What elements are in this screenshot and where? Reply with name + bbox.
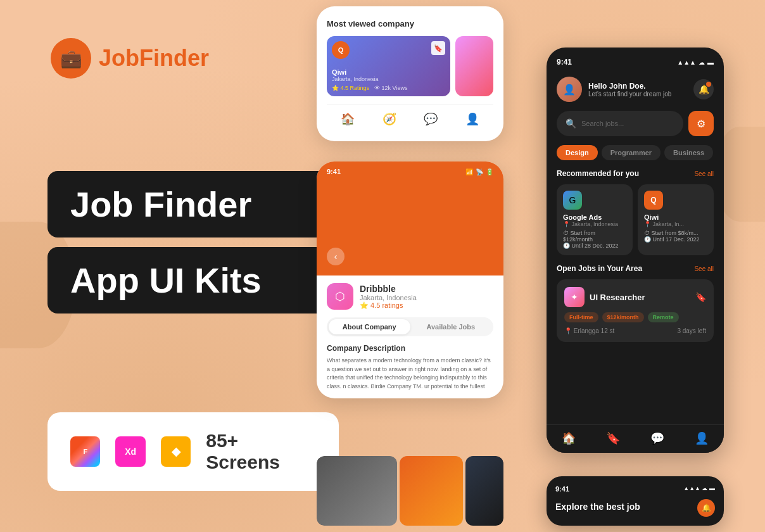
figma-logo: ✦ xyxy=(564,287,585,307)
pbr-status-bar: 9:41 ▲▲▲ ☁ ▬ xyxy=(555,485,715,493)
qiwi-badge: Q xyxy=(332,41,350,59)
pbr-time: 9:41 xyxy=(555,485,569,493)
pbr-title: Explore the best job xyxy=(555,502,640,512)
nav-home-right[interactable]: 🏠 xyxy=(562,431,576,445)
xd-icon: Xd xyxy=(115,436,145,467)
qiwi-rec-date: 🕐 Until 17 Dec. 2022 xyxy=(644,236,707,243)
title-line1: Job Finder xyxy=(70,184,316,225)
nav-chat-icon[interactable]: 💬 xyxy=(424,112,438,126)
nav-profile-icon[interactable]: 👤 xyxy=(465,112,479,126)
open-jobs-see-all[interactable]: See all xyxy=(694,265,714,272)
notification-dot xyxy=(706,82,711,87)
brand-name: JobFinder xyxy=(99,45,209,72)
rec-card-qiwi[interactable]: Q Qiwi 📍 Jakarta, In... ⏱ Start from $8k… xyxy=(638,184,714,255)
strip-image-1 xyxy=(317,456,397,526)
job-bookmark[interactable]: 🔖 xyxy=(695,292,706,302)
main-app-nav: 🏠 🔖 💬 👤 xyxy=(547,424,724,453)
figma-icon: F xyxy=(70,436,100,467)
tools-card: F Xd ◆ 85+ Screens xyxy=(47,412,339,491)
recommended-see-all[interactable]: See all xyxy=(694,170,714,177)
nav-profile-right[interactable]: 👤 xyxy=(695,431,709,445)
company-tabs: About Company Available Jobs xyxy=(327,317,493,336)
company-info-row: ⬡ Dribbble Jakarta, Indonesia ⭐ 4.5 rati… xyxy=(317,276,503,317)
job-location: 📍 Erlangga 12 st xyxy=(564,327,614,334)
status-bar-middle: 9:41 📶 📡 🔋 xyxy=(327,168,493,175)
qiwi-meta: ⭐ 4.5 Ratings 👁 12k Views xyxy=(332,85,445,91)
company-detail-header-bg: 9:41 📶 📡 🔋 ‹ xyxy=(317,162,503,276)
greeting-text-block: Hello John Doe. Let's start find your dr… xyxy=(588,82,687,98)
dribbble-rating: ⭐ 4.5 ratings xyxy=(360,301,417,310)
tab-available-jobs[interactable]: Available Jobs xyxy=(410,319,492,334)
google-ads-title: Google Ads xyxy=(563,213,626,221)
job-tags: Full-time $12k/month Remote xyxy=(564,312,706,322)
qiwi-views: 👁 12k Views xyxy=(374,85,407,91)
filter-button[interactable]: ⚙ xyxy=(688,111,714,136)
notification-bell[interactable]: 🔔 xyxy=(693,79,714,99)
desc-title: Company Description xyxy=(327,344,493,353)
job-days-left: 3 days left xyxy=(677,327,706,334)
company-card-qiwi: Q 🔖 Qiwi Jakarta, Indonesia ⭐ 4.5 Rating… xyxy=(327,36,450,96)
tab-about-company[interactable]: About Company xyxy=(329,319,410,334)
qiwi-location: Jakarta, Indonesia xyxy=(332,76,445,82)
job-title: UI Researcher xyxy=(590,293,695,302)
phone-most-viewed: Most viewed company Q 🔖 Qiwi Jakarta, In… xyxy=(317,6,503,141)
search-box[interactable]: 🔍 Search jobs... xyxy=(557,111,683,136)
signal-icon: 📶 xyxy=(465,168,473,175)
tag-fulltime: Full-time xyxy=(564,312,598,322)
back-button[interactable]: ‹ xyxy=(327,248,345,265)
qiwi-name: Qiwi xyxy=(332,68,445,76)
title-block-2: App UI Kits xyxy=(47,247,339,314)
strip-image-2 xyxy=(400,456,463,526)
open-jobs-title: Open Jobs in Your Area xyxy=(557,264,642,273)
pbr-notif-bell[interactable]: 🔔 xyxy=(697,499,715,517)
recommended-header: Recommended for you See all xyxy=(557,169,714,178)
logo-area: 💼 JobFinder xyxy=(51,38,209,79)
nav-home-icon[interactable]: 🏠 xyxy=(341,112,355,126)
job-location-row: 📍 Erlangga 12 st 3 days left xyxy=(564,327,706,334)
qiwi-info: Qiwi Jakarta, Indonesia ⭐ 4.5 Ratings 👁 … xyxy=(332,68,445,91)
cat-programmer[interactable]: Programmer xyxy=(602,145,661,160)
rec-card-google-ads[interactable]: G Google Ads 📍 Jakarta, Indonesia ⏱ Star… xyxy=(557,184,633,255)
strip-image-3 xyxy=(465,456,503,526)
google-ads-logo: G xyxy=(563,191,582,210)
cat-business[interactable]: Business xyxy=(664,145,713,160)
tag-remote: Remote xyxy=(648,312,679,322)
dribbble-logo: ⬡ xyxy=(327,283,353,310)
nav-explore-icon[interactable]: 🧭 xyxy=(382,112,396,126)
bookmark-qiwi[interactable]: 🔖 xyxy=(431,41,445,55)
qiwi-rec-salary: ⏱ Start from $8k/m... xyxy=(644,230,707,236)
phone-company-detail: 9:41 📶 📡 🔋 ‹ ⬡ Dribbble Jakarta, Indones… xyxy=(317,162,503,398)
cat-design[interactable]: Design xyxy=(557,145,598,160)
phone-top-nav: 🏠 🧭 💬 👤 xyxy=(327,104,493,129)
battery-icon: 🔋 xyxy=(486,168,493,175)
google-ads-date: 🕐 Until 28 Dec. 2022 xyxy=(563,243,626,249)
google-ads-salary: ⏱ Start from $12k/month xyxy=(563,230,626,243)
title-line2: App UI Kits xyxy=(70,260,316,301)
search-icon: 🔍 xyxy=(566,118,576,129)
bottom-image-strip xyxy=(317,456,503,526)
logo-icon: 💼 xyxy=(51,38,91,79)
nav-saved-right[interactable]: 🔖 xyxy=(606,431,620,445)
phone-bottom-preview: 9:41 ▲▲▲ ☁ ▬ Explore the best job 🔔 xyxy=(547,476,724,526)
greeting-subtitle: Let's start find your dream job xyxy=(588,91,687,98)
most-viewed-title: Most viewed company xyxy=(327,19,493,28)
nav-messages-right[interactable]: 💬 xyxy=(650,431,664,445)
sketch-icon: ◆ xyxy=(161,436,191,467)
qiwi-rating: ⭐ 4.5 Ratings xyxy=(332,85,369,91)
greeting-section: 👤 Hello John Doe. Let's start find your … xyxy=(557,77,714,102)
dribbble-name: Dribbble xyxy=(360,284,417,294)
dribbble-location: Jakarta, Indonesia xyxy=(360,294,417,301)
featured-job-card[interactable]: ✦ UI Researcher 🔖 Full-time $12k/month R… xyxy=(557,279,714,342)
status-bar-right: 9:41 ▲▲▲ ☁ ▬ xyxy=(557,58,714,66)
dribbble-details: Dribbble Jakarta, Indonesia ⭐ 4.5 rating… xyxy=(360,284,417,310)
wifi-icon: 📡 xyxy=(476,168,483,175)
status-icons-right: ▲▲▲ ☁ ▬ xyxy=(677,59,714,66)
recommended-title: Recommended for you xyxy=(557,169,639,178)
company-cards-row: Q 🔖 Qiwi Jakarta, Indonesia ⭐ 4.5 Rating… xyxy=(327,36,493,96)
desc-text: What separates a modern technology from … xyxy=(327,357,493,391)
open-jobs-header: Open Jobs in Your Area See all xyxy=(557,264,714,273)
recommended-cards: G Google Ads 📍 Jakarta, Indonesia ⏱ Star… xyxy=(557,184,714,255)
search-row: 🔍 Search jobs... ⚙ xyxy=(557,111,714,136)
status-time-right: 9:41 xyxy=(557,58,572,66)
status-time-middle: 9:41 xyxy=(327,168,341,175)
